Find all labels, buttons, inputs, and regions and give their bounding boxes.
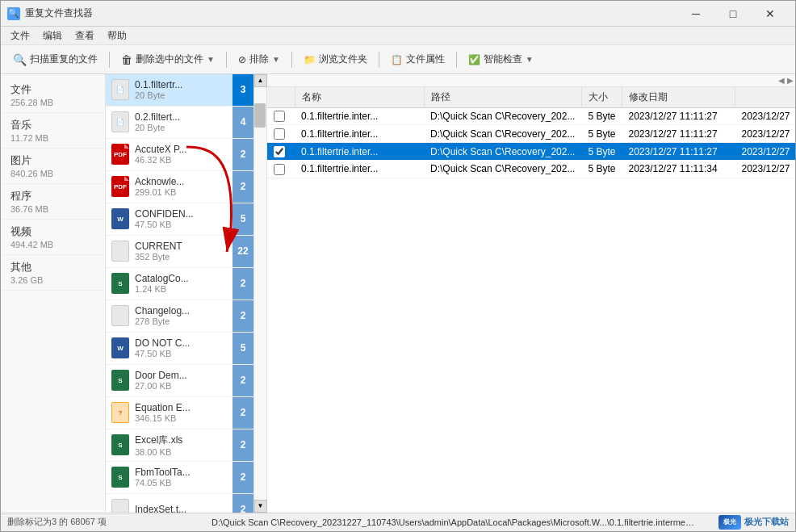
- menu-help[interactable]: 帮助: [101, 27, 133, 44]
- row-path: D:\Quick Scan C\Recovery_202...: [424, 161, 581, 178]
- scroll-track[interactable]: [254, 87, 266, 500]
- file-info: CONFIDEN... 47.50 KB: [135, 208, 229, 229]
- middle-scrollbar[interactable]: ▲ ▼: [253, 74, 266, 513]
- file-size: 299.01 KB: [135, 187, 229, 197]
- file-info: 0.2.filtert... 20 Byte: [135, 111, 229, 132]
- file-icon-excel2: S: [111, 368, 130, 392]
- row-checkbox[interactable]: [274, 128, 285, 140]
- scroll-up-btn[interactable]: ▲: [254, 74, 267, 87]
- file-icon-fbm: S: [111, 465, 130, 489]
- scroll-down-btn[interactable]: ▼: [254, 500, 267, 513]
- row-path: D:\Quick Scan C\Recovery_202...: [424, 143, 581, 161]
- delete-button[interactable]: 🗑 删除选中的文件 ▼: [114, 48, 222, 71]
- category-item-files[interactable]: 文件 256.28 MB: [1, 77, 105, 113]
- file-icon-indexset: [111, 497, 130, 513]
- file-count-badge: 2: [233, 300, 253, 332]
- status-bar: 删除标记为3 的 68067 项 D:\Quick Scan C\Recover…: [1, 513, 795, 531]
- category-name-music: 音乐: [10, 118, 95, 132]
- menu-bar: 文件 编辑 查看 帮助: [1, 27, 795, 45]
- file-name: Acknowle...: [135, 176, 229, 187]
- properties-label: 文件属性: [406, 52, 445, 66]
- file-count-badge: 2: [233, 365, 253, 396]
- file-name: DO NOT C...: [135, 337, 229, 349]
- list-item[interactable]: 📄 0.1.filtertr... 20 Byte 3: [106, 74, 253, 107]
- list-item[interactable]: CURRENT 352 Byte 22: [106, 236, 253, 268]
- list-item[interactable]: IndexSet.t... 2: [106, 494, 253, 513]
- close-button[interactable]: ✕: [752, 1, 789, 27]
- file-count-badge: 3: [233, 74, 253, 106]
- browse-icon: 📁: [304, 54, 316, 65]
- list-item[interactable]: W CONFIDEN... 47.50 KB 5: [106, 203, 253, 236]
- list-item[interactable]: Changelog... 278 Byte 2: [106, 300, 253, 333]
- file-icon-current: [111, 239, 130, 263]
- row-checkbox[interactable]: [274, 146, 285, 157]
- list-item[interactable]: S Door Dem... 27.00 KB 2: [106, 365, 253, 397]
- col-header-date[interactable]: 修改日期: [622, 87, 735, 108]
- file-size: 1.24 KB: [135, 284, 229, 294]
- smart-scan-icon: ✅: [468, 54, 480, 65]
- row-checkbox-cell: [267, 107, 295, 125]
- title-bar: 🔍 重复文件查找器 ─ □ ✕: [1, 1, 795, 27]
- row-checkbox[interactable]: [274, 111, 285, 122]
- row-date: 2023/12/27 11:11:27: [622, 143, 735, 161]
- list-item[interactable]: S Excel库.xls 38.00 KB 2: [106, 429, 253, 462]
- file-info: FbmToolTa... 74.05 KB: [135, 467, 229, 488]
- file-count-badge: 2: [233, 429, 253, 461]
- row-checkbox-cell: [267, 125, 295, 143]
- category-panel: 文件 256.28 MB 音乐 11.72 MB 图片 840.26 MB 程序…: [1, 74, 106, 513]
- list-item[interactable]: PDF AccuteX P... 46.32 KB 2: [106, 139, 253, 171]
- properties-button[interactable]: 📋 文件属性: [383, 48, 452, 71]
- row-date2: 2023/12/27: [735, 161, 795, 178]
- row-checkbox-cell: [267, 143, 295, 161]
- list-item[interactable]: W DO NOT C... 47.50 KB 5: [106, 333, 253, 365]
- list-item[interactable]: ? Equation E... 346.15 KB 2: [106, 397, 253, 429]
- col-header-date2[interactable]: [735, 87, 795, 108]
- browse-button[interactable]: 📁 浏览文件夹: [296, 48, 375, 71]
- row-date2: 2023/12/27: [735, 143, 795, 161]
- category-item-music[interactable]: 音乐 11.72 MB: [1, 113, 105, 149]
- minimize-button[interactable]: ─: [677, 1, 714, 27]
- col-header-path[interactable]: 路径: [424, 87, 581, 108]
- category-item-images[interactable]: 图片 840.26 MB: [1, 149, 105, 184]
- table-row: 0.1.filtertrie.inter... D:\Quick Scan C\…: [267, 143, 795, 161]
- scan-label: 扫描重复的文件: [30, 52, 98, 66]
- row-date: 2023/12/27 11:11:27: [622, 125, 735, 143]
- file-name: CatalogCo...: [135, 273, 229, 284]
- file-icon-word2: W: [111, 336, 130, 360]
- scan-button[interactable]: 🔍 扫描重复的文件: [6, 48, 105, 71]
- category-name-images: 图片: [10, 153, 95, 168]
- category-item-videos[interactable]: 视频 494.42 MB: [1, 220, 105, 255]
- category-size-videos: 494.42 MB: [10, 240, 95, 249]
- file-info: Door Dem... 27.00 KB: [135, 370, 229, 391]
- exclude-button[interactable]: ⊘ 排除 ▼: [231, 48, 287, 71]
- row-path: D:\Quick Scan C\Recovery_202...: [424, 125, 581, 143]
- file-size: 20 Byte: [135, 90, 229, 100]
- row-checkbox[interactable]: [274, 164, 285, 175]
- file-name: FbmToolTa...: [135, 467, 229, 478]
- list-item[interactable]: S FbmToolTa... 74.05 KB 2: [106, 462, 253, 494]
- category-name-others: 其他: [10, 260, 95, 274]
- col-header-name[interactable]: 名称: [295, 87, 424, 108]
- scroll-thumb: [254, 103, 266, 128]
- file-list-wrapper: 📄 0.1.filtertr... 20 Byte 3 📄 0.2.filter…: [106, 74, 267, 513]
- file-count-badge: 2: [233, 139, 253, 170]
- list-item[interactable]: S CatalogCo... 1.24 KB 2: [106, 268, 253, 300]
- file-count-badge: 4: [233, 107, 253, 138]
- list-item[interactable]: PDF Acknowle... 299.01 KB 2: [106, 171, 253, 203]
- file-info: 0.1.filtertr... 20 Byte: [135, 79, 229, 100]
- menu-edit[interactable]: 编辑: [36, 27, 69, 44]
- menu-view[interactable]: 查看: [69, 27, 101, 44]
- delete-dropdown-arrow: ▼: [207, 55, 215, 64]
- menu-file[interactable]: 文件: [4, 27, 36, 44]
- col-header-size[interactable]: 大小: [581, 87, 622, 108]
- file-size: 278 Byte: [135, 316, 229, 326]
- file-icon-excel3: S: [111, 433, 130, 457]
- list-item[interactable]: 📄 0.2.filtert... 20 Byte 4: [106, 107, 253, 139]
- app-icon: 🔍: [7, 7, 20, 20]
- maximize-button[interactable]: □: [714, 1, 752, 27]
- smart-scan-button[interactable]: ✅ 智能检查 ▼: [461, 48, 541, 71]
- file-info: DO NOT C... 47.50 KB: [135, 337, 229, 358]
- category-item-programs[interactable]: 程序 36.76 MB: [1, 184, 105, 220]
- category-item-others[interactable]: 其他 3.26 GB: [1, 255, 105, 291]
- file-size: 20 Byte: [135, 123, 229, 132]
